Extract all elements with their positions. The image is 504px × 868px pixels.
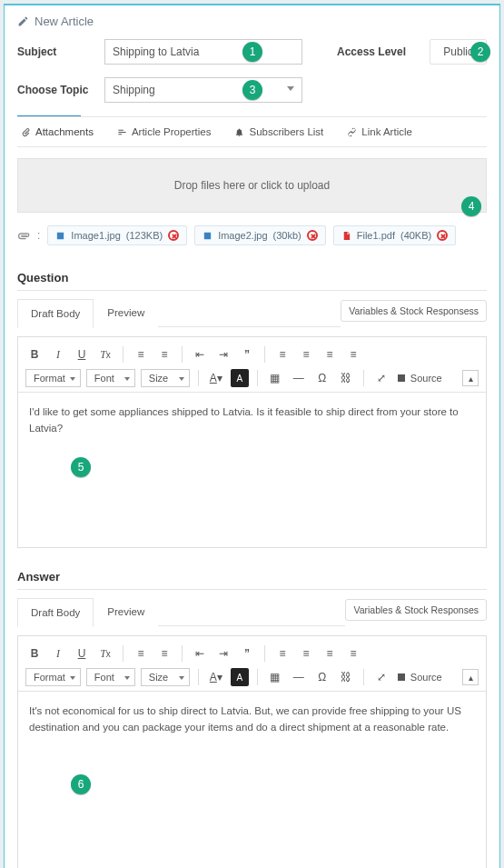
maximize-button[interactable]: ⤢ bbox=[372, 668, 390, 686]
topic-select[interactable]: Shipping bbox=[104, 77, 302, 103]
align-left-button[interactable]: ≡ bbox=[273, 644, 292, 663]
remove-attachment-icon[interactable] bbox=[437, 230, 448, 241]
attachment-chip: File1.pdf (40KB) bbox=[333, 225, 456, 245]
text-color-button[interactable]: A▾ bbox=[207, 668, 225, 686]
source-button[interactable]: Source bbox=[396, 672, 442, 683]
variables-button[interactable]: Variables & Stock Responsess bbox=[341, 300, 487, 322]
remove-attachment-icon[interactable] bbox=[168, 230, 179, 241]
tab-draft-body[interactable]: Draft Body bbox=[17, 299, 94, 328]
image-icon bbox=[55, 231, 65, 241]
article-subtabs: Attachments Article Properties Subscribe… bbox=[17, 116, 487, 147]
align-justify-button[interactable]: ≡ bbox=[344, 345, 362, 364]
tab-preview[interactable]: Preview bbox=[94, 298, 158, 327]
special-char-button[interactable]: Ω bbox=[313, 369, 331, 387]
quote-button[interactable]: ” bbox=[238, 644, 256, 663]
edit-icon bbox=[17, 15, 29, 27]
link-button[interactable]: ⛓ bbox=[337, 369, 355, 387]
table-button[interactable]: ▦ bbox=[266, 369, 284, 387]
subtab-link[interactable]: Link Article bbox=[347, 126, 412, 137]
underline-button[interactable]: U bbox=[73, 644, 91, 663]
subtab-subscribers[interactable]: Subscribers List bbox=[234, 126, 323, 137]
question-heading: Question bbox=[17, 271, 487, 284]
text-color-button[interactable]: A▾ bbox=[207, 369, 225, 387]
bg-color-button[interactable]: A bbox=[231, 369, 249, 387]
bg-color-button[interactable]: A bbox=[231, 668, 249, 686]
variables-button[interactable]: Variables & Stock Responses bbox=[345, 599, 487, 621]
callout-badge-2: 2 bbox=[470, 42, 490, 62]
align-left-button[interactable]: ≡ bbox=[273, 345, 292, 364]
link-button[interactable]: ⛓ bbox=[337, 668, 355, 686]
answer-tabs: Draft Body Preview Variables & Stock Res… bbox=[17, 597, 487, 626]
collapse-toolbar-button[interactable]: ▴ bbox=[462, 669, 479, 685]
sliders-icon bbox=[117, 127, 127, 137]
italic-button[interactable]: I bbox=[49, 644, 67, 663]
hr-button[interactable]: — bbox=[290, 668, 308, 686]
collapse-toolbar-button[interactable]: ▴ bbox=[462, 370, 479, 386]
window-title: New Article bbox=[5, 5, 499, 34]
editor-toolbar: B I U Tx ≡ ≡ ⇤ ⇥ ” ≡ ≡ ≡ ≡ bbox=[18, 636, 486, 692]
attachment-chip: Image2.jpg (30kb) bbox=[194, 225, 326, 245]
maximize-button[interactable]: ⤢ bbox=[372, 369, 390, 387]
callout-badge-3: 3 bbox=[242, 80, 262, 100]
subject-input[interactable] bbox=[104, 39, 302, 65]
topic-row: Choose Topic Shipping 3 bbox=[17, 77, 487, 103]
topic-label: Choose Topic bbox=[17, 84, 95, 96]
ol-button[interactable]: ≡ bbox=[132, 644, 150, 663]
format-dropdown[interactable]: Format bbox=[25, 369, 81, 387]
align-center-button[interactable]: ≡ bbox=[297, 644, 315, 663]
divider bbox=[17, 589, 487, 590]
question-editor: B I U Tx ≡ ≡ ⇤ ⇥ ” ≡ ≡ ≡ ≡ bbox=[17, 336, 487, 548]
clear-format-button[interactable]: Tx bbox=[96, 345, 114, 364]
source-icon bbox=[396, 373, 407, 384]
link-icon bbox=[347, 127, 357, 137]
align-right-button[interactable]: ≡ bbox=[321, 345, 339, 364]
tab-preview[interactable]: Preview bbox=[94, 597, 158, 626]
font-dropdown[interactable]: Font bbox=[86, 369, 135, 387]
new-article-window: New Article Subject 1 Access Level Publi… bbox=[4, 4, 500, 868]
source-button[interactable]: Source bbox=[396, 373, 442, 384]
format-dropdown[interactable]: Format bbox=[25, 668, 81, 686]
paperclip-icon bbox=[15, 226, 33, 244]
tab-draft-body[interactable]: Draft Body bbox=[17, 598, 94, 627]
subject-label: Subject bbox=[17, 45, 95, 58]
indent-button[interactable]: ⇥ bbox=[214, 644, 232, 663]
answer-editor: B I U Tx ≡ ≡ ⇤ ⇥ ” ≡ ≡ ≡ ≡ bbox=[17, 635, 487, 868]
callout-badge-5: 5 bbox=[71, 457, 91, 477]
answer-heading: Answer bbox=[17, 570, 487, 584]
indent-button[interactable]: ⇥ bbox=[214, 345, 232, 364]
question-tabs: Draft Body Preview Variables & Stock Res… bbox=[17, 298, 487, 327]
size-dropdown[interactable]: Size bbox=[141, 668, 190, 686]
divider bbox=[17, 290, 487, 291]
font-dropdown[interactable]: Font bbox=[86, 668, 135, 686]
file-dropzone[interactable]: Drop files here or click to upload bbox=[17, 158, 487, 213]
attachment-chip: Image1.jpg (123KB) bbox=[47, 225, 187, 245]
image-icon bbox=[203, 231, 212, 241]
table-button[interactable]: ▦ bbox=[266, 668, 284, 686]
chevron-down-icon bbox=[287, 86, 294, 91]
bold-button[interactable]: B bbox=[25, 345, 44, 364]
quote-button[interactable]: ” bbox=[238, 345, 256, 364]
bold-button[interactable]: B bbox=[25, 644, 44, 663]
size-dropdown[interactable]: Size bbox=[141, 369, 190, 387]
align-justify-button[interactable]: ≡ bbox=[344, 644, 362, 663]
underline-button[interactable]: U bbox=[73, 345, 91, 364]
outdent-button[interactable]: ⇤ bbox=[191, 345, 209, 364]
subtab-properties[interactable]: Article Properties bbox=[117, 126, 212, 137]
callout-badge-1: 1 bbox=[242, 42, 262, 62]
align-right-button[interactable]: ≡ bbox=[321, 644, 339, 663]
align-center-button[interactable]: ≡ bbox=[297, 345, 315, 364]
ul-button[interactable]: ≡ bbox=[155, 345, 173, 364]
subtab-attachments[interactable]: Attachments bbox=[21, 126, 94, 137]
remove-attachment-icon[interactable] bbox=[307, 230, 318, 241]
clear-format-button[interactable]: Tx bbox=[96, 644, 114, 663]
special-char-button[interactable]: Ω bbox=[313, 668, 331, 686]
italic-button[interactable]: I bbox=[49, 345, 67, 364]
ul-button[interactable]: ≡ bbox=[155, 644, 173, 663]
outdent-button[interactable]: ⇤ bbox=[191, 644, 209, 663]
window-title-text: New Article bbox=[35, 15, 94, 28]
ol-button[interactable]: ≡ bbox=[132, 345, 150, 364]
editor-toolbar: B I U Tx ≡ ≡ ⇤ ⇥ ” ≡ ≡ ≡ ≡ bbox=[18, 337, 486, 393]
hr-button[interactable]: — bbox=[290, 369, 308, 387]
colon: : bbox=[37, 229, 40, 242]
topic-select-value: Shipping bbox=[113, 84, 155, 96]
